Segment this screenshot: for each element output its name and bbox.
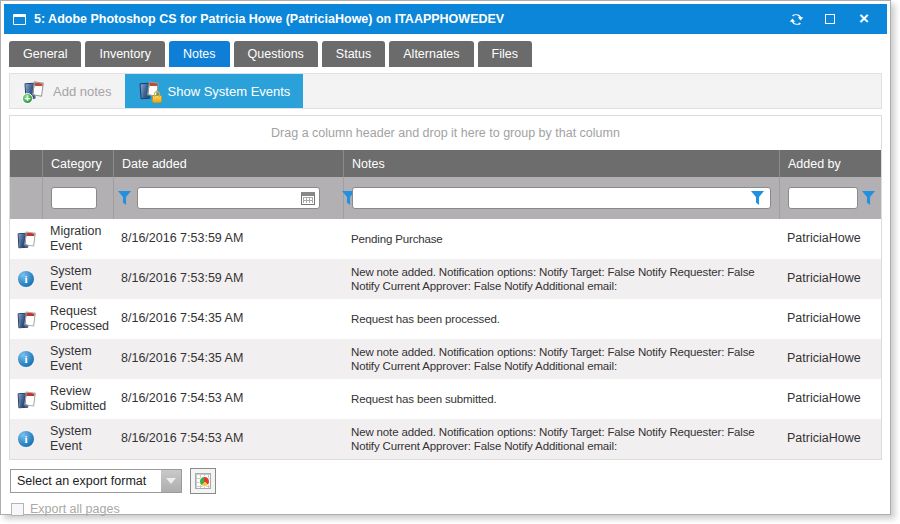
tab-status[interactable]: Status <box>322 41 385 67</box>
tab-strip: General Inventory Notes Questions Status… <box>9 41 882 67</box>
group-by-drop-zone: Drag a column header and drop it here to… <box>10 116 881 150</box>
cell-date-added: 8/16/2016 7:54:35 AM <box>113 299 343 339</box>
cell-date-added: 8/16/2016 7:53:59 AM <box>113 219 343 259</box>
added-by-filter-icon[interactable] <box>862 191 875 205</box>
column-header-date-added[interactable]: Date added <box>113 150 343 177</box>
cell-date-added: 8/16/2016 7:53:59 AM <box>113 259 343 299</box>
cell-notes: New note added. Notification options: No… <box>343 419 779 459</box>
show-system-events-label: Show System Events <box>168 84 291 99</box>
table-row[interactable]: System Event 8/16/2016 7:54:53 AM New no… <box>10 419 881 459</box>
cell-date-added: 8/16/2016 7:54:35 AM <box>113 339 343 379</box>
export-all-pages-checkbox[interactable] <box>11 503 24 516</box>
table-row[interactable]: System Event 8/16/2016 7:53:59 AM New no… <box>10 259 881 299</box>
title-bar: 5: Adobe Photoshop CS for Patricia Howe … <box>4 4 887 34</box>
table-row[interactable]: Review Submitted 8/16/2016 7:54:53 AM Re… <box>10 379 881 419</box>
tab-questions[interactable]: Questions <box>234 41 318 67</box>
close-button[interactable]: × <box>847 4 881 34</box>
cell-notes: New note added. Notification options: No… <box>343 259 779 299</box>
column-header-category[interactable]: Category <box>42 150 113 177</box>
column-header-added-by[interactable]: Added by <box>779 150 881 177</box>
cell-notes: Pending Purchase <box>343 219 779 259</box>
cell-category: Review Submitted <box>42 379 113 419</box>
note-type-icon <box>17 231 35 248</box>
cell-category: Migration Event <box>42 219 113 259</box>
cell-notes: Request has been submitted. <box>343 379 779 419</box>
export-button[interactable] <box>190 468 216 494</box>
notes-grid: Drag a column header and drop it here to… <box>9 115 882 460</box>
added-by-filter-input[interactable] <box>788 187 858 209</box>
tab-general[interactable]: General <box>9 41 81 67</box>
cell-notes: Request has been processed. <box>343 299 779 339</box>
tab-alternates[interactable]: Alternates <box>389 41 473 67</box>
tab-notes[interactable]: Notes <box>169 41 230 67</box>
grid-filter-row <box>10 177 881 219</box>
note-type-icon <box>17 391 35 408</box>
cell-category: System Event <box>42 259 113 299</box>
chevron-down-icon[interactable] <box>161 470 181 492</box>
grid-body: Migration Event 8/16/2016 7:53:59 AM Pen… <box>10 219 881 459</box>
cell-added-by: PatriciaHowe <box>779 339 881 379</box>
close-icon: × <box>859 10 869 27</box>
table-row[interactable]: System Event 8/16/2016 7:54:35 AM New no… <box>10 339 881 379</box>
show-system-events-icon <box>138 81 161 102</box>
show-system-events-button[interactable]: Show System Events <box>125 74 304 108</box>
export-all-pages-label: Export all pages <box>30 502 120 516</box>
refresh-icon <box>789 12 804 27</box>
window-title: 5: Adobe Photoshop CS for Patricia Howe … <box>34 12 779 26</box>
notes-toolbar: + Add notes Show System Events <box>9 73 882 109</box>
cell-added-by: PatriciaHowe <box>779 259 881 299</box>
tab-inventory[interactable]: Inventory <box>85 41 164 67</box>
maximize-button[interactable] <box>813 4 847 34</box>
refresh-button[interactable] <box>779 4 813 34</box>
column-header-notes[interactable]: Notes <box>343 150 779 177</box>
cell-date-added: 8/16/2016 7:54:53 AM <box>113 379 343 419</box>
cell-date-added: 8/16/2016 7:54:53 AM <box>113 419 343 459</box>
category-filter-icon[interactable] <box>118 191 131 205</box>
cell-notes: New note added. Notification options: No… <box>343 339 779 379</box>
info-icon <box>18 351 34 367</box>
cell-category: System Event <box>42 339 113 379</box>
cell-added-by: PatriciaHowe <box>779 379 881 419</box>
category-filter-input[interactable] <box>51 187 97 209</box>
maximize-icon <box>825 14 835 24</box>
dialog-window: 5: Adobe Photoshop CS for Patricia Howe … <box>0 0 891 515</box>
notes-filter-input[interactable] <box>352 187 771 209</box>
cell-added-by: PatriciaHowe <box>779 299 881 339</box>
table-row[interactable]: Request Processed 8/16/2016 7:54:35 AM R… <box>10 299 881 339</box>
cell-category: System Event <box>42 419 113 459</box>
grid-header-row: Category Date added Notes Added by <box>10 150 881 177</box>
info-icon <box>18 271 34 287</box>
column-header-icon[interactable] <box>10 150 42 177</box>
add-notes-label: Add notes <box>53 84 112 99</box>
export-icon <box>195 473 211 489</box>
tab-files[interactable]: Files <box>478 41 532 67</box>
date-filter-input[interactable] <box>138 189 301 207</box>
calendar-icon[interactable] <box>301 192 315 205</box>
cell-added-by: PatriciaHowe <box>779 419 881 459</box>
table-row[interactable]: Migration Event 8/16/2016 7:53:59 AM Pen… <box>10 219 881 259</box>
window-icon <box>13 14 26 25</box>
export-format-selected-value: Select an export format <box>11 470 161 492</box>
info-icon <box>18 431 34 447</box>
export-format-dropdown[interactable]: Select an export format <box>10 469 182 493</box>
add-notes-icon: + <box>23 81 46 102</box>
cell-category: Request Processed <box>42 299 113 339</box>
cell-added-by: PatriciaHowe <box>779 219 881 259</box>
note-type-icon <box>17 311 35 328</box>
add-notes-button[interactable]: + Add notes <box>10 74 125 108</box>
